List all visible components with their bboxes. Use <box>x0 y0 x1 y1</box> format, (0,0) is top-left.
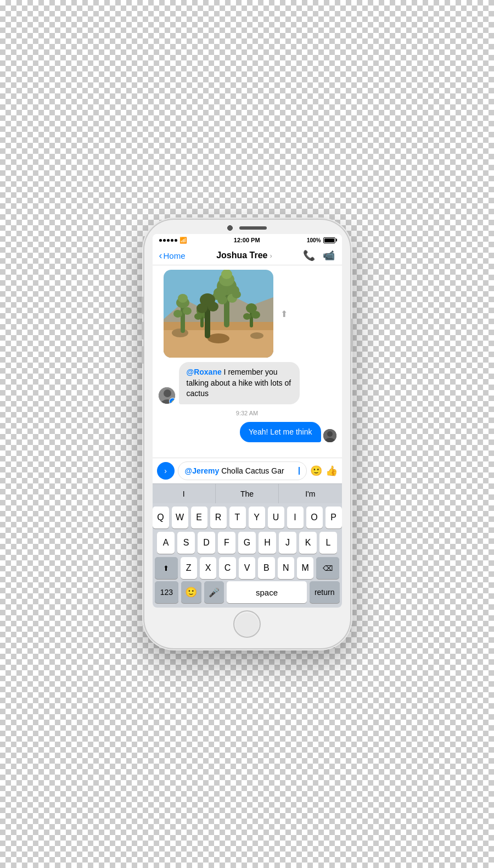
key-a[interactable]: A <box>157 532 175 554</box>
space-label: space <box>256 588 278 597</box>
text-cursor <box>299 467 300 475</box>
key-z[interactable]: Z <box>181 557 197 579</box>
nav-title: Joshua Tree <box>216 251 267 260</box>
key-row-3: ⬆ Z X C V B N M ⌫ <box>155 557 340 579</box>
autocomplete-bar: I The I'm <box>153 483 342 503</box>
space-key[interactable]: space <box>227 581 307 603</box>
message-input[interactable]: @Jeremy Cholla Cactus Gar <box>178 461 307 480</box>
emoji-button[interactable]: 🙂 <box>310 465 322 477</box>
my-avatar-svg <box>323 429 336 442</box>
key-y[interactable]: Y <box>249 507 265 528</box>
like-button[interactable]: 👍 <box>325 465 338 477</box>
keyboard: I The I'm Q W E R T Y U I O P <box>153 483 342 608</box>
svg-point-33 <box>207 302 218 311</box>
key-g[interactable]: G <box>238 532 256 554</box>
messenger-badge: ⚡ <box>169 398 176 404</box>
key-row-1: Q W E R T Y U I O P <box>155 507 340 528</box>
numbers-label: 123 <box>160 588 173 597</box>
nav-actions: 📞 📹 <box>303 249 335 261</box>
return-key[interactable]: return <box>310 581 340 603</box>
sent-message: Yeah! Let me think <box>158 422 336 443</box>
emoji-key[interactable]: 🙂 <box>181 581 201 603</box>
key-e[interactable]: E <box>191 507 207 528</box>
key-t[interactable]: T <box>229 507 246 528</box>
key-w[interactable]: W <box>172 507 188 528</box>
svg-point-6 <box>207 333 229 343</box>
signal-dot <box>171 239 173 242</box>
battery-fill <box>324 238 334 242</box>
cactus-image[interactable] <box>164 270 273 358</box>
phone-device: 📶 12:00 PM 100% ‹ Home Joshua Tree › 📞 <box>144 220 350 648</box>
input-text: Cholla Cactus Gar <box>221 466 296 475</box>
key-k[interactable]: K <box>299 532 317 554</box>
home-button[interactable] <box>233 610 261 638</box>
autocomplete-the[interactable]: The <box>216 484 279 503</box>
my-avatar <box>323 429 336 442</box>
cactus-scene-svg <box>164 270 273 358</box>
autocomplete-i[interactable]: I <box>153 484 216 503</box>
video-call-icon[interactable]: 📹 <box>323 249 335 261</box>
status-bar: 📶 12:00 PM 100% <box>153 234 342 246</box>
back-label: Home <box>164 251 186 260</box>
svg-point-5 <box>250 332 263 339</box>
key-q[interactable]: Q <box>153 507 169 528</box>
signal-dot <box>167 239 170 242</box>
key-x[interactable]: X <box>200 557 216 579</box>
svg-point-24 <box>194 313 202 320</box>
chat-area: ⬆ ⚡ @Roxane I remember y <box>153 265 342 458</box>
key-r[interactable]: R <box>210 507 227 528</box>
chevron-right-icon: › <box>270 252 272 260</box>
svg-point-35 <box>164 390 171 397</box>
sent-bubble: Yeah! Let me think <box>240 422 321 443</box>
key-m[interactable]: M <box>297 557 313 579</box>
signal-dot <box>159 239 162 242</box>
key-v[interactable]: V <box>239 557 255 579</box>
svg-point-21 <box>232 291 241 298</box>
shift-key[interactable]: ⬆ <box>155 557 178 579</box>
svg-point-29 <box>243 313 251 320</box>
svg-point-38 <box>327 431 333 437</box>
input-bar: › @Jeremy Cholla Cactus Gar 🙂 👍 <box>153 458 342 483</box>
key-rows: Q W E R T Y U I O P A S D F G <box>153 503 342 581</box>
signal-dot <box>175 239 177 242</box>
svg-point-11 <box>173 310 182 318</box>
autocomplete-im[interactable]: I'm <box>279 484 341 503</box>
key-i[interactable]: I <box>287 507 304 528</box>
svg-point-32 <box>197 303 207 313</box>
numbers-key[interactable]: 123 <box>155 581 179 603</box>
key-h[interactable]: H <box>259 532 276 554</box>
key-p[interactable]: P <box>325 507 342 528</box>
back-button[interactable]: ‹ Home <box>159 251 186 260</box>
mention-roxane: @Roxane <box>187 368 222 376</box>
microphone-key[interactable]: 🎤 <box>204 581 224 603</box>
key-b[interactable]: B <box>258 557 274 579</box>
messenger-icon: ⚡ <box>171 399 175 403</box>
key-f[interactable]: F <box>218 532 235 554</box>
status-left: 📶 <box>159 237 187 244</box>
nav-title-container[interactable]: Joshua Tree › <box>216 251 272 260</box>
image-message: ⬆ <box>164 270 273 358</box>
svg-point-9 <box>178 294 188 303</box>
front-camera <box>227 225 233 231</box>
send-icon: › <box>164 466 167 475</box>
sender-avatar: ⚡ <box>158 387 176 404</box>
key-n[interactable]: N <box>278 557 294 579</box>
key-row-2: A S D F G H J K L <box>155 532 340 554</box>
signal-strength <box>159 239 177 242</box>
return-label: return <box>315 588 335 597</box>
image-message-wrapper: ⬆ <box>158 270 336 358</box>
share-button[interactable]: ⬆ <box>280 309 288 319</box>
send-button[interactable]: › <box>157 462 175 480</box>
key-u[interactable]: U <box>268 507 284 528</box>
phone-call-icon[interactable]: 📞 <box>303 249 315 261</box>
key-o[interactable]: O <box>306 507 323 528</box>
battery-percentage: 100% <box>307 237 321 243</box>
key-d[interactable]: D <box>198 532 215 554</box>
backspace-key[interactable]: ⌫ <box>316 557 339 579</box>
key-j[interactable]: J <box>279 532 296 554</box>
svg-point-28 <box>251 311 260 319</box>
key-l[interactable]: L <box>319 532 337 554</box>
svg-point-10 <box>183 307 192 315</box>
key-c[interactable]: C <box>219 557 235 579</box>
key-s[interactable]: S <box>177 532 195 554</box>
